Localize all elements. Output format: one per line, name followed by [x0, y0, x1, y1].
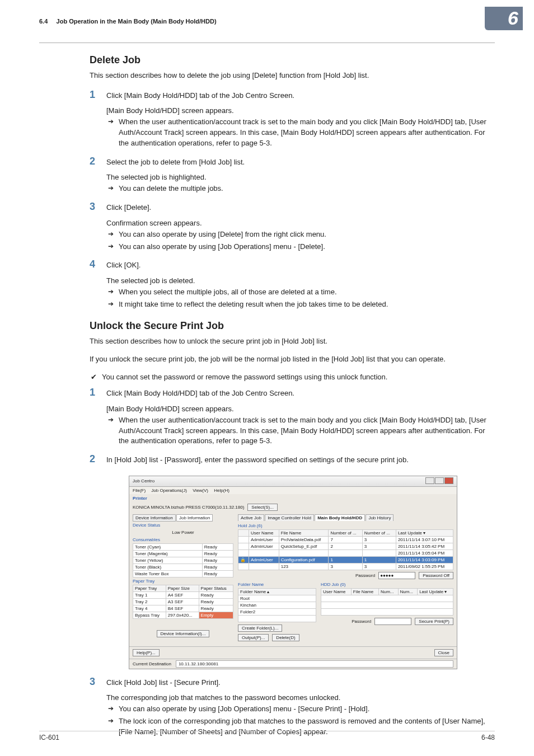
- help-button[interactable]: Help(P)...: [133, 649, 160, 656]
- step-subtext: The selected job is deleted.: [106, 276, 495, 285]
- password-input[interactable]: ●●●●●: [378, 572, 415, 579]
- select-button[interactable]: Select(S)...: [247, 504, 278, 511]
- step-number: 3: [90, 201, 106, 213]
- note-item: When you select the multiple jobs, all o…: [106, 287, 495, 298]
- menu-bar[interactable]: File(F) Job Operations(J) View(V) Help(H…: [129, 487, 457, 494]
- folder-label: Folder Name: [238, 581, 316, 588]
- password-input[interactable]: [374, 618, 411, 625]
- table-row[interactable]: AdminUserPrdVariableData.pdf732011/11/14…: [238, 536, 453, 543]
- delete-button[interactable]: Delete(D): [272, 634, 299, 641]
- delete-job-intro: This section describes how to delete the…: [90, 71, 495, 81]
- note-item: It might take time to reflect the deleti…: [106, 299, 495, 310]
- hold-job-label: Hold Job (6): [238, 522, 453, 529]
- table-row[interactable]: AdminUserQuickSetup_E.pdf232011/11/14 3:…: [238, 543, 453, 550]
- close-button[interactable]: Close: [434, 649, 453, 656]
- window-title: Job Centro: [133, 478, 154, 483]
- menu-item[interactable]: View(V): [193, 488, 208, 493]
- menu-item[interactable]: Job Operations(J): [151, 488, 187, 493]
- unlock-intro2: If you unlock the secure print job, the …: [90, 354, 495, 365]
- footer-right: 6-48: [481, 734, 495, 741]
- chapter-number: 6: [485, 7, 523, 30]
- step-subtext: The selected job is highlighted.: [106, 173, 495, 181]
- device-status-label: Device Status: [133, 522, 233, 529]
- step: 3 Click [Hold Job] list - [Secure Print]…: [90, 676, 495, 692]
- step: 2 In [Hold Job] list - [Password], enter…: [90, 453, 495, 469]
- note-item: You can also operate by using [Job Opera…: [106, 704, 495, 715]
- window-titlebar: Job Centro: [129, 476, 457, 487]
- step-title: Click [Delete].: [106, 202, 495, 213]
- tab-job-info[interactable]: Job Information: [176, 514, 213, 522]
- step-subtext: The corresponding job that matches to th…: [106, 693, 495, 702]
- hdd-job-table[interactable]: User Name File Name Num... Num... Last U…: [321, 588, 453, 616]
- table-row: Toner (Yellow)Ready: [133, 557, 233, 564]
- secure-print-button[interactable]: Secure Print(P): [415, 618, 453, 625]
- step: 1 Click [Main Body Hold/HDD] tab of the …: [90, 387, 495, 402]
- note-item: You can delete the multiple jobs.: [106, 184, 495, 194]
- step-subtext: Confirmation screen appears.: [106, 219, 495, 227]
- menu-item[interactable]: Help(H): [214, 488, 229, 493]
- output-button[interactable]: Output(P)...: [238, 634, 269, 641]
- unlock-intro1: This section describes how to unlock the…: [90, 336, 495, 347]
- status-label: Current Destination: [133, 661, 171, 666]
- tab-job-history[interactable]: Job History: [366, 514, 394, 521]
- step-number: 4: [90, 259, 106, 271]
- step-title: Select the job to delete from [Hold Job]…: [106, 157, 495, 168]
- consumables-table: Toner (Cyan)Ready Toner (Magenta)Ready T…: [133, 543, 233, 577]
- hdd-job-label: HDD Job (0): [321, 581, 453, 588]
- table-row[interactable]: Root: [238, 595, 316, 602]
- section-title: Job Operation in the Main Body (Main Bod…: [57, 18, 217, 25]
- heading-delete-job: Delete Job: [90, 54, 495, 66]
- table-row: Toner (Black)Ready: [133, 564, 233, 570]
- step-number: 2: [90, 453, 106, 466]
- table-row[interactable]: Folder2: [238, 608, 316, 615]
- password-label: Password: [352, 619, 371, 624]
- footer-left: IC-601: [39, 734, 59, 741]
- table-row: Waste Toner BoxReady: [133, 570, 233, 577]
- window-buttons[interactable]: [425, 477, 453, 485]
- step: 4 Click [OK].: [90, 259, 495, 274]
- heading-unlock-job: Unlock the Secure Print Job: [90, 320, 495, 332]
- step-number: 1: [90, 89, 106, 101]
- step-number: 1: [90, 387, 106, 399]
- table-row[interactable]: Kinchan: [238, 602, 316, 608]
- paper-tray-label: Paper Tray: [133, 577, 233, 585]
- table-row: Tray 1A4 SEFReady: [133, 591, 233, 598]
- table-row: Toner (Magenta)Ready: [133, 550, 233, 557]
- tab-active-job[interactable]: Active Job: [238, 514, 264, 521]
- table-row: Bypass Tray297.0x420...Empty: [133, 612, 233, 618]
- printer-name: KONICA MINOLTA bizhub PRESS C7000(10.11.…: [133, 505, 244, 510]
- menu-item[interactable]: File(F): [133, 488, 146, 493]
- password-off-button[interactable]: Password Off: [419, 572, 453, 579]
- lock-icon: [238, 550, 249, 556]
- hold-job-table[interactable]: User Name File Name Number of ... Number…: [238, 529, 453, 570]
- note-item: When the user authentication/account tra…: [106, 415, 495, 447]
- printer-label: Printer: [129, 494, 457, 503]
- unlock-note: You cannot set the password or remove th…: [90, 373, 495, 381]
- device-status-value: Low Power: [133, 529, 233, 536]
- table-row: Tray 2A3 SEFReady: [133, 598, 233, 605]
- note-item: You can also operate by using [Job Opera…: [106, 242, 495, 252]
- note-item: When the user authentication/account tra…: [106, 117, 495, 149]
- table-row-selected[interactable]: 🔒AdminUserConfiguration.pdf112011/11/14 …: [238, 556, 453, 563]
- table-row[interactable]: 2011/11/14 3:05:04 PM: [238, 550, 453, 556]
- table-row[interactable]: 123332011/09/02 1:55:25 PM: [238, 563, 453, 570]
- step-title: Click [Hold Job] list - [Secure Print].: [106, 677, 495, 688]
- step-title: Click [Main Body Hold/HDD] tab of the Jo…: [106, 90, 495, 101]
- paper-tray-table: Paper TrayPaper SizePaper Status Tray 1A…: [133, 585, 233, 619]
- create-folder-button[interactable]: Create Folder(L)...: [238, 624, 282, 632]
- tab-device-info[interactable]: Device Information: [133, 514, 176, 522]
- section-number: 6.4: [39, 18, 48, 25]
- step: 1 Click [Main Body Hold/HDD] tab of the …: [90, 89, 495, 105]
- step-title: Click [OK].: [106, 260, 495, 271]
- tab-ic-hold[interactable]: Image Controller Hold: [265, 514, 314, 521]
- step: 3 Click [Delete].: [90, 201, 495, 217]
- table-row: Toner (Cyan)Ready: [133, 543, 233, 550]
- folder-table[interactable]: Folder Name ▴ Root Kinchan Folder2: [238, 588, 316, 622]
- lock-icon: 🔒: [238, 556, 249, 563]
- step-title: Click [Main Body Hold/HDD] tab of the Jo…: [106, 388, 495, 399]
- status-value: 10.11.32.180:30081: [176, 660, 453, 668]
- device-info-button[interactable]: Device Information(I)...: [157, 630, 210, 637]
- step-subtext: [Main Body Hold/HDD] screen appears.: [106, 405, 495, 413]
- tab-main-body-hold[interactable]: Main Body Hold/HDD: [315, 514, 365, 521]
- step-subtext: [Main Body Hold/HDD] screen appears.: [106, 106, 495, 115]
